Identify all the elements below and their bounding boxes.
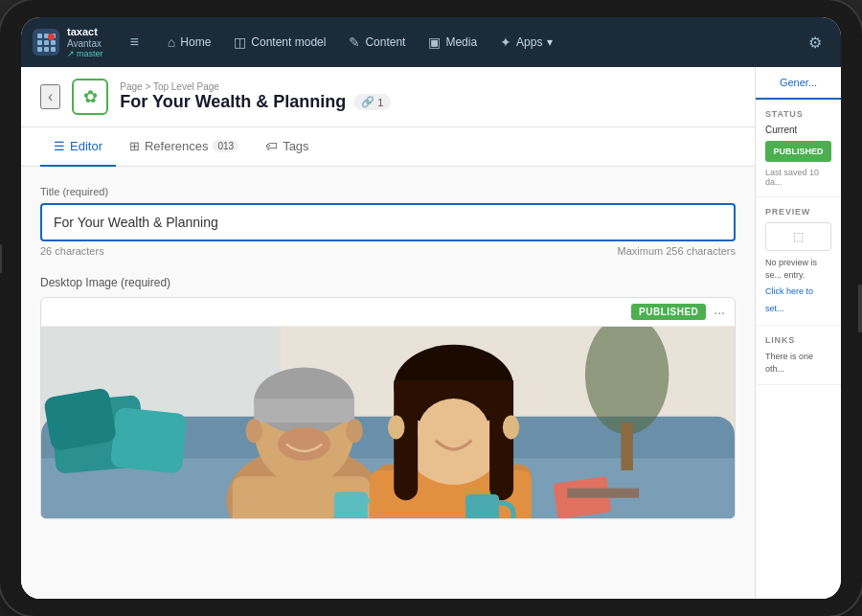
max-chars: Maximum 256 characters [618, 245, 737, 257]
status-section: STATUS Current PUBLISHED Last saved 10 d… [756, 100, 841, 197]
status-current: Current [765, 125, 831, 135]
editor-area: Title (required) 26 characters Maximum 2… [21, 167, 755, 599]
page-title: For Your Wealth & Planning [120, 92, 346, 112]
main-content: ‹ ✿ Page > Top Level Page For Your Wealt… [21, 67, 755, 599]
brand-text: taxact Avantax ↗ master [67, 26, 103, 58]
svg-rect-9 [621, 422, 632, 470]
more-options-button[interactable]: ··· [714, 305, 725, 320]
svg-rect-30 [465, 494, 499, 518]
back-button[interactable]: ‹ [40, 84, 60, 109]
desktop-image-field-group: Desktop Image (required) PUBLISHED ··· [40, 276, 736, 519]
apps-icon: ✦ [500, 34, 511, 50]
title-field-hints: 26 characters Maximum 256 characters [40, 245, 736, 257]
gear-button[interactable]: ⚙ [801, 30, 829, 56]
tags-tab-icon: 🏷 [265, 139, 278, 153]
tablet-screen: taxact Avantax ↗ master ≡ ⌂ Home ◫ Conte… [21, 17, 841, 599]
links-section: LINKS There is one oth... [756, 326, 841, 385]
hamburger-button[interactable]: ≡ [123, 30, 147, 55]
nav-home[interactable]: ⌂ Home [158, 29, 220, 56]
image-toolbar: PUBLISHED ··· [41, 298, 735, 327]
references-badge: 013 [213, 140, 238, 152]
nav-apps[interactable]: ✦ Apps ▾ [490, 29, 562, 56]
nav-content[interactable]: ✎ Content [339, 29, 415, 56]
brand-dot [48, 34, 55, 40]
preview-no-text: No preview is se... entry. [765, 257, 831, 281]
content-wrapper: ‹ ✿ Page > Top Level Page For Your Wealt… [21, 67, 841, 599]
svg-rect-7 [43, 387, 117, 451]
svg-point-28 [388, 416, 404, 440]
couple-image-svg [41, 327, 735, 518]
svg-point-29 [503, 416, 519, 440]
desktop-image-label: Desktop Image (required) [40, 276, 736, 289]
svg-point-16 [245, 419, 261, 443]
preview-section-title: PREVIEW [765, 207, 831, 217]
tab-tags[interactable]: 🏷 Tags [252, 127, 322, 167]
editor-tab-icon: ☰ [54, 139, 65, 153]
tabs-bar: ☰ Editor ⊞ References 013 🏷 Tags [21, 127, 755, 167]
app-name: Avantax [67, 38, 103, 49]
right-sidebar: Gener... STATUS Current PUBLISHED Last s… [755, 67, 841, 599]
navbar: taxact Avantax ↗ master ≡ ⌂ Home ◫ Conte… [21, 17, 841, 67]
svg-point-17 [346, 419, 362, 443]
apps-dropdown-icon: ▾ [547, 35, 553, 49]
page-info: Page > Top Level Page For Your Wealth & … [120, 81, 391, 112]
branch-name: ↗ master [67, 49, 103, 58]
last-saved: Last saved 10 da... [765, 168, 831, 187]
page-title-row: For Your Wealth & Planning 🔗 1 [120, 92, 391, 112]
link-count: 1 [377, 97, 383, 108]
preview-section: PREVIEW ⬚ No preview is se... entry. Cli… [756, 197, 841, 326]
svg-rect-6 [110, 407, 188, 474]
sidebar-active-tab[interactable]: Gener... [756, 67, 841, 100]
org-name: taxact [67, 26, 103, 38]
media-icon: ▣ [428, 34, 441, 50]
svg-rect-15 [254, 399, 354, 422]
home-icon: ⌂ [168, 34, 175, 50]
content-icon: ✎ [349, 34, 360, 50]
title-input[interactable] [40, 203, 736, 241]
links-text: There is one oth... [765, 351, 831, 375]
image-preview [41, 327, 735, 518]
status-button[interactable]: PUBLISHED [765, 141, 831, 162]
published-badge: PUBLISHED [631, 304, 706, 320]
external-link-icon: ⬚ [793, 230, 804, 243]
nav-media[interactable]: ▣ Media [419, 29, 487, 56]
references-tab-icon: ⊞ [129, 139, 140, 153]
tab-references[interactable]: ⊞ References 013 [116, 127, 252, 167]
content-model-icon: ◫ [234, 34, 246, 50]
tab-editor[interactable]: ☰ Editor [40, 127, 116, 167]
breadcrumb: Page > Top Level Page [120, 81, 391, 92]
link-icon: 🔗 [361, 96, 374, 108]
svg-rect-19 [334, 491, 368, 518]
links-section-title: LINKS [765, 335, 831, 345]
image-container: PUBLISHED ··· [40, 297, 736, 519]
title-field-label: Title (required) [40, 186, 736, 197]
char-count: 26 characters [40, 245, 104, 257]
preview-button[interactable]: ⬚ [765, 222, 831, 251]
svg-point-18 [278, 427, 330, 461]
title-field-group: Title (required) 26 characters Maximum 2… [40, 186, 736, 257]
svg-point-27 [418, 399, 489, 466]
svg-rect-32 [567, 489, 639, 498]
nav-content-model[interactable]: ◫ Content model [224, 29, 335, 56]
page-type-icon: ✿ [72, 79, 108, 115]
preview-set-link[interactable]: Click here to set... [765, 286, 813, 313]
link-badge: 🔗 1 [353, 94, 391, 110]
brand-icon [33, 29, 59, 56]
tablet-frame: taxact Avantax ↗ master ≡ ⌂ Home ◫ Conte… [0, 0, 862, 616]
status-section-title: STATUS [765, 109, 831, 119]
page-header: ‹ ✿ Page > Top Level Page For Your Wealt… [21, 67, 755, 127]
brand-section: taxact Avantax ↗ master [33, 26, 103, 58]
